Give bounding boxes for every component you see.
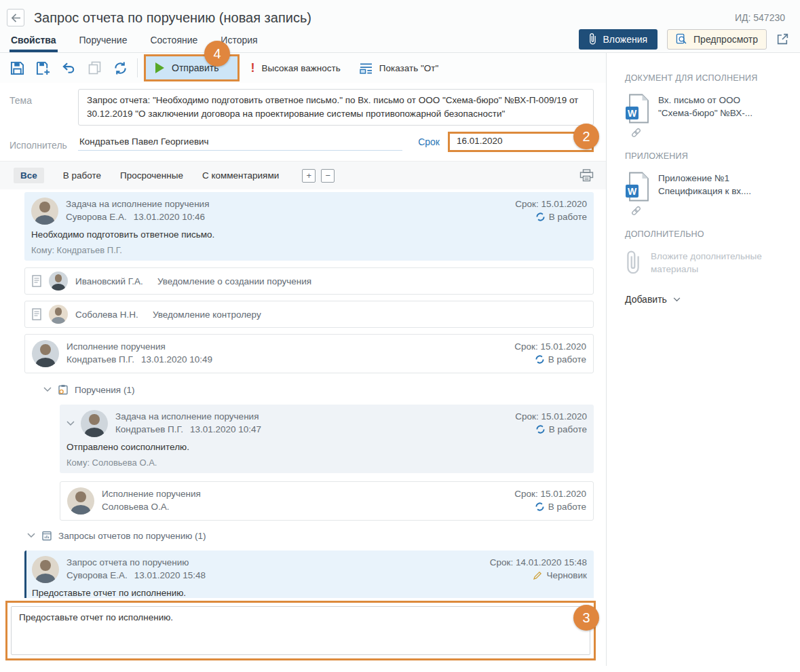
save-icon: [10, 61, 24, 75]
save-and-new-button[interactable]: [30, 55, 56, 81]
status-badge: В работе: [515, 423, 587, 436]
deadline-label: Срок: [418, 136, 440, 147]
paperclip-icon: [625, 250, 641, 276]
copy-icon: [88, 61, 101, 75]
save-add-icon: [36, 61, 50, 75]
additional-materials-dropzone[interactable]: Вложите дополнительные материалы: [625, 250, 791, 276]
comment-composer: Предоставьте отчет по исполнению.: [5, 601, 596, 660]
page-title: Запрос отчета по поручению (новая запись…: [34, 10, 311, 26]
subject-field[interactable]: Запрос отчета: "Необходимо подготовить о…: [78, 89, 594, 126]
copy-button[interactable]: [81, 55, 107, 81]
attachments-button[interactable]: Вложения: [579, 29, 658, 50]
word-document-icon: W: [625, 172, 649, 202]
chevron-down-icon[interactable]: [66, 421, 75, 426]
collapse-all-button[interactable]: −: [321, 169, 335, 183]
task-card-initial[interactable]: Задача на исполнение поручения Суворова …: [24, 192, 594, 261]
chevron-down-icon: [27, 533, 35, 538]
tab-properties[interactable]: Свойства: [9, 29, 58, 52]
play-icon: [155, 62, 164, 73]
print-button[interactable]: [579, 169, 594, 182]
svg-text:W: W: [628, 186, 637, 197]
add-attachment-dropdown[interactable]: Добавить: [625, 294, 791, 305]
undo-button[interactable]: [56, 55, 81, 81]
show-from-button[interactable]: Показать "От": [360, 62, 438, 74]
in-progress-icon: [535, 355, 544, 364]
preview-magnifier-icon: [676, 33, 687, 45]
expand-all-button[interactable]: +: [302, 169, 316, 183]
tab-bar: Свойства Поручение Состояние История Вло…: [0, 29, 800, 53]
external-link-icon: [776, 33, 789, 45]
comment-input[interactable]: Предоставьте отчет по исполнению.: [11, 606, 590, 655]
tab-state[interactable]: Состояние: [149, 29, 199, 52]
attachments-sidebar: ДОКУМЕНТ ДЛЯ ИСПОЛНЕНИЯ W Вх. письмо от …: [606, 53, 800, 666]
in-progress-icon: [535, 502, 544, 511]
group-assignments-toggle[interactable]: Поручения (1): [24, 384, 594, 395]
back-button[interactable]: [7, 9, 24, 26]
chevron-down-icon: [673, 297, 681, 302]
link-icon[interactable]: [631, 206, 641, 216]
deadline-field[interactable]: 16.01.2020: [448, 132, 594, 152]
timeline: Задача на исполнение поручения Суворова …: [0, 189, 606, 598]
word-document-icon: W: [625, 94, 649, 124]
tab-assignment[interactable]: Поручение: [78, 29, 129, 52]
document-icon: [32, 308, 41, 320]
record-id: ИД: 547230: [735, 12, 785, 23]
notice-row-controller[interactable]: Соболева Н.Н. Уведомление контролеру: [24, 301, 594, 328]
main-panel: Отправить ! Высокая важность Показать "О…: [0, 53, 606, 666]
document-icon: [32, 275, 41, 287]
draft-pencil-icon: [533, 571, 542, 580]
app-window: Запрос отчета по поручению (новая запись…: [0, 0, 800, 672]
filter-in-progress[interactable]: В работе: [63, 170, 101, 181]
group-report-requests-toggle[interactable]: Запросы отчетов по поручению (1): [24, 530, 594, 541]
step-badge-3: 3: [573, 605, 599, 631]
header: Запрос отчета по поручению (новая запись…: [0, 0, 800, 53]
printer-icon: [579, 169, 594, 182]
avatar: [49, 272, 68, 291]
filter-with-comments[interactable]: С комментариями: [202, 170, 279, 181]
filter-overdue[interactable]: Просроченные: [120, 170, 183, 181]
back-arrow-icon: [11, 14, 21, 22]
open-in-window-button[interactable]: [776, 33, 789, 45]
assignee-field[interactable]: Кондратьев Павел Георгиевич: [78, 134, 402, 151]
execution-card-kondratev[interactable]: Исполнение поручения Кондратьев П.Г.13.0…: [24, 334, 594, 373]
section-attachments: ПРИЛОЖЕНИЯ: [625, 151, 791, 161]
section-document-for-execution: ДОКУМЕНТ ДЛЯ ИСПОЛНЕНИЯ: [625, 73, 791, 83]
link-icon[interactable]: [631, 128, 641, 138]
assignment-icon: [58, 384, 69, 395]
step-badge-2: 2: [573, 124, 599, 149]
undo-icon: [62, 62, 76, 74]
report-request-icon: [41, 530, 52, 541]
toolbar: Отправить ! Высокая важность Показать "О…: [0, 53, 606, 83]
avatar: [32, 340, 59, 367]
report-request-card[interactable]: Запрос отчета по поручению Суворова Е.А.…: [24, 550, 594, 598]
avatar: [81, 410, 108, 437]
avatar: [49, 305, 68, 324]
save-button[interactable]: [4, 55, 30, 81]
preview-button[interactable]: Предпросмотр: [667, 29, 767, 50]
attachment-specification[interactable]: W Приложение №1 Спецификация к вх....: [625, 172, 791, 202]
refresh-button[interactable]: [107, 55, 133, 81]
in-progress-icon: [536, 425, 545, 434]
timeline-filter-bar: Все В работе Просроченные С комментариям…: [0, 161, 606, 189]
step-badge-4: 4: [204, 41, 230, 67]
subject-row: Тема Запрос отчета: "Необходимо подготов…: [0, 83, 606, 126]
notice-row-creation[interactable]: Ивановский Г.А. Уведомление о создании п…: [24, 267, 594, 295]
task-card-coassignee[interactable]: Задача на исполнение поручения Кондратье…: [60, 405, 594, 473]
exclamation-icon: !: [250, 62, 254, 74]
in-progress-icon: [536, 212, 545, 221]
status-badge: В работе: [514, 353, 586, 366]
svg-text:W: W: [628, 108, 637, 119]
assignee-label: Исполнитель: [9, 134, 78, 151]
filter-all[interactable]: Все: [14, 168, 44, 183]
high-importance-button[interactable]: ! Высокая важность: [250, 62, 340, 74]
attachment-incoming-letter[interactable]: W Вх. письмо от ООО "Схема-бюро" №ВХ-...: [625, 94, 791, 124]
status-badge: В работе: [514, 500, 586, 513]
avatar: [32, 556, 59, 583]
section-additional: ДОПОЛНИТЕЛЬНО: [625, 229, 791, 239]
status-badge-draft: Черновик: [490, 569, 587, 582]
refresh-icon: [113, 61, 128, 75]
assignee-row: Исполнитель Кондратьев Павел Георгиевич …: [0, 126, 606, 161]
toolbar-separator: [137, 58, 138, 77]
execution-card-soloveva[interactable]: Исполнение поручения Соловьева О.А. Срок…: [60, 481, 594, 521]
card-deadline: Срок: 15.01.2020: [515, 198, 587, 210]
